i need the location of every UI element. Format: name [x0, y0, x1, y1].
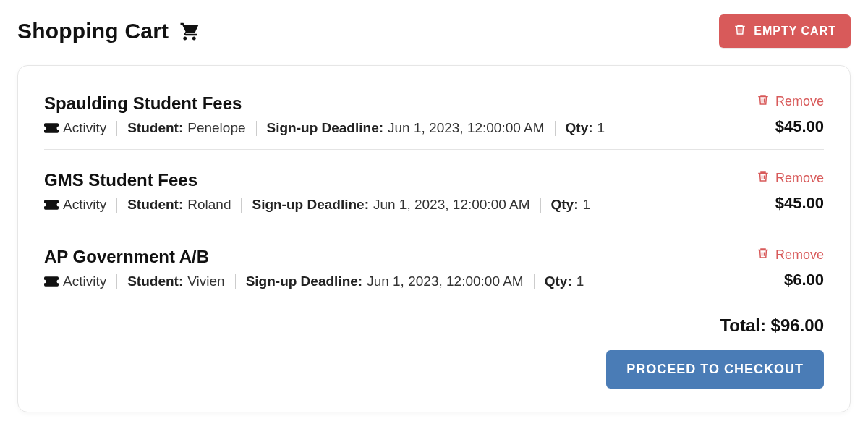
deadline-value: Jun 1, 2023, 12:00:00 AM: [367, 274, 524, 289]
trash-icon: [757, 247, 770, 263]
student-label: Student:: [127, 121, 183, 136]
cart-item-main: GMS Student Fees Activity Student: Rolan…: [44, 170, 708, 213]
empty-cart-label: EMPTY CART: [754, 25, 836, 38]
activity-label: Activity: [63, 121, 106, 136]
qty-value: 1: [576, 274, 584, 289]
cart-item-main: Spaulding Student Fees Activity Student:…: [44, 93, 708, 136]
qty-value: 1: [583, 198, 591, 213]
empty-cart-button[interactable]: EMPTY CART: [719, 14, 851, 48]
cart-item: Spaulding Student Fees Activity Student:…: [44, 73, 824, 150]
page-header: Shopping Cart EMPTY CART: [17, 14, 851, 48]
total-label: Total:: [720, 315, 766, 335]
remove-label: Remove: [775, 247, 824, 263]
item-meta: Activity Student: Penelope Sign-up Deadl…: [44, 121, 708, 136]
ticket-icon: [44, 199, 59, 211]
student-label: Student:: [127, 198, 183, 213]
deadline-label: Sign-up Deadline:: [252, 198, 369, 213]
cart-item-actions: Remove $45.00: [708, 93, 824, 136]
page-title: Shopping Cart: [17, 19, 169, 43]
deadline-label: Sign-up Deadline:: [267, 121, 384, 136]
cart-card: Spaulding Student Fees Activity Student:…: [17, 65, 851, 412]
activity-segment: Activity: [44, 274, 117, 289]
deadline-label: Sign-up Deadline:: [246, 274, 363, 289]
checkout-label: PROCEED TO CHECKOUT: [626, 362, 804, 377]
deadline-value: Jun 1, 2023, 12:00:00 AM: [388, 121, 545, 136]
remove-button[interactable]: Remove: [757, 93, 824, 110]
total-line: Total: $96.00: [720, 315, 824, 336]
student-value: Vivien: [187, 274, 224, 289]
qty-segment: Qty: 1: [556, 121, 616, 136]
student-segment: Student: Vivien: [117, 274, 235, 289]
qty-segment: Qty: 1: [541, 198, 601, 213]
student-value: Penelope: [187, 121, 245, 136]
ticket-icon: [44, 122, 59, 134]
remove-button[interactable]: Remove: [757, 170, 824, 187]
total-amount: $96.00: [771, 315, 824, 335]
item-meta: Activity Student: Vivien Sign-up Deadlin…: [44, 274, 708, 289]
deadline-segment: Sign-up Deadline: Jun 1, 2023, 12:00:00 …: [242, 198, 540, 213]
deadline-segment: Sign-up Deadline: Jun 1, 2023, 12:00:00 …: [257, 121, 556, 136]
item-meta: Activity Student: Roland Sign-up Deadlin…: [44, 198, 708, 213]
item-name: Spaulding Student Fees: [44, 93, 708, 114]
qty-label: Qty:: [551, 198, 579, 213]
cart-item-actions: Remove $45.00: [708, 170, 824, 213]
trash-icon: [757, 93, 770, 110]
qty-label: Qty:: [566, 121, 593, 136]
student-label: Student:: [127, 274, 183, 289]
item-price: $45.00: [775, 194, 824, 213]
cart-icon: [179, 20, 200, 42]
cart-item: GMS Student Fees Activity Student: Rolan…: [44, 150, 824, 226]
title-group: Shopping Cart: [17, 19, 200, 43]
deadline-segment: Sign-up Deadline: Jun 1, 2023, 12:00:00 …: [236, 274, 535, 289]
student-segment: Student: Penelope: [117, 121, 256, 136]
cart-footer: Total: $96.00 PROCEED TO CHECKOUT: [44, 315, 824, 389]
qty-label: Qty:: [545, 274, 572, 289]
qty-value: 1: [597, 121, 605, 136]
item-name: GMS Student Fees: [44, 170, 708, 190]
activity-label: Activity: [63, 198, 106, 213]
qty-segment: Qty: 1: [535, 274, 595, 289]
student-value: Roland: [187, 198, 231, 213]
deadline-value: Jun 1, 2023, 12:00:00 AM: [373, 198, 530, 213]
remove-label: Remove: [775, 94, 824, 109]
student-segment: Student: Roland: [117, 198, 242, 213]
cart-item-actions: Remove $6.00: [708, 247, 824, 289]
item-price: $45.00: [775, 117, 824, 136]
activity-label: Activity: [63, 274, 106, 289]
cart-item: AP Government A/B Activity Student: Vivi…: [44, 226, 824, 302]
trash-icon: [757, 170, 770, 187]
activity-segment: Activity: [44, 121, 117, 136]
ticket-icon: [44, 276, 59, 287]
checkout-button[interactable]: PROCEED TO CHECKOUT: [606, 350, 824, 389]
item-price: $6.00: [784, 271, 824, 289]
item-name: AP Government A/B: [44, 247, 708, 267]
activity-segment: Activity: [44, 198, 117, 213]
trash-icon: [733, 23, 746, 39]
remove-label: Remove: [775, 171, 824, 186]
remove-button[interactable]: Remove: [757, 247, 824, 263]
cart-item-main: AP Government A/B Activity Student: Vivi…: [44, 247, 708, 289]
